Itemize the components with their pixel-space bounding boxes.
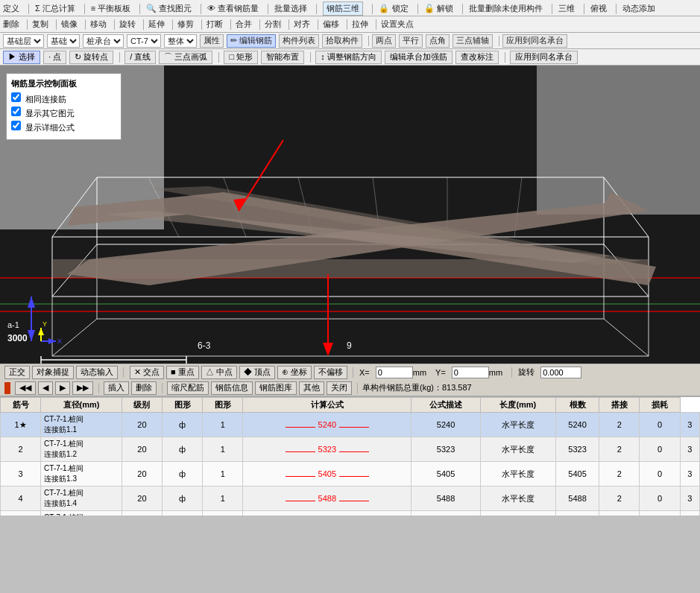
scope-select[interactable]: 整体 xyxy=(164,34,197,48)
btn-nav-next[interactable]: ▶ xyxy=(55,381,70,395)
btn-parallel[interactable]: 平行 xyxy=(399,34,423,48)
btn-nav-prev[interactable]: ◀ xyxy=(38,381,53,395)
element-select[interactable]: 桩承台 xyxy=(83,34,124,48)
menu-3d[interactable]: 三维 xyxy=(558,3,575,14)
btn-rotate[interactable]: 旋转 xyxy=(119,19,136,30)
table-row[interactable]: 4 CT-7-1.桩间连接筋1.4 20 ф 1 5488 5488 水平长度 … xyxy=(1,486,700,511)
btn-coordinate[interactable]: ⊕ 坐标 xyxy=(277,366,312,379)
sep-l2 xyxy=(499,36,499,46)
btn-edit-rebar[interactable]: ✏ 编辑钢筋 xyxy=(227,34,276,48)
menu-top-view[interactable]: 俯视 xyxy=(590,3,607,14)
x-input[interactable] xyxy=(376,367,413,378)
btn-rect[interactable]: □ 矩形 xyxy=(224,51,258,64)
viewport-3d[interactable]: 钢筋显示控制面板 相同连接筋 显示其它图元 显示详细公式 xyxy=(0,66,700,364)
btn-endpoint[interactable]: ■ 重点 xyxy=(166,366,199,379)
table-row[interactable]: 2 CT-7-1.桩间连接筋1.2 20 ф 1 5323 5323 水平长度 … xyxy=(1,437,700,462)
btn-stretch[interactable]: 拉伸 xyxy=(352,19,368,30)
btn-close[interactable]: 关闭 xyxy=(327,381,352,395)
btn-break[interactable]: 打断 xyxy=(206,19,223,30)
btn-smart-layout[interactable]: 智能布置 xyxy=(261,51,304,64)
table-row[interactable]: 3 CT-7-1.桩间连接筋1.3 20 ф 1 5405 5405 水平长度 … xyxy=(1,462,700,486)
btn-angle-point[interactable]: 点角 xyxy=(426,34,450,48)
btn-delete[interactable]: 删除 xyxy=(3,19,19,30)
cell-id: 5 xyxy=(1,511,41,516)
btn-extend[interactable]: 延伸 xyxy=(148,19,165,30)
btn-trim[interactable]: 修剪 xyxy=(177,19,194,30)
menu-rebar-3d[interactable]: 钢筋三维 xyxy=(323,1,363,16)
btn-offset[interactable]: 偏移 xyxy=(323,19,339,30)
type-select[interactable]: 基础 xyxy=(47,34,80,48)
toolbar-edit: 删除 复制 镜像 移动 旋转 延伸 修剪 打断 合并 分割 对齐 偏移 拉伸 设… xyxy=(0,16,700,33)
cell-count: 2 xyxy=(599,511,640,516)
menu-batch-delete[interactable]: 批量删除未使用构件 xyxy=(469,3,543,14)
btn-element-list[interactable]: 构件列表 xyxy=(279,34,319,48)
cell-formula: 5405 xyxy=(412,462,481,486)
option-show-formula[interactable]: 显示详细公式 xyxy=(11,121,116,133)
btn-orthogonal[interactable]: 正交 xyxy=(4,366,30,379)
btn-scale-rebar[interactable]: 缩尺配筋 xyxy=(167,381,209,395)
btn-split[interactable]: 分割 xyxy=(265,19,281,30)
btn-object-snap[interactable]: 对象捕捉 xyxy=(32,366,74,379)
btn-intersection[interactable]: ✕ 交点 xyxy=(130,366,164,379)
btn-copy[interactable]: 复制 xyxy=(32,19,48,30)
btn-arc[interactable]: ⌒ 三点画弧 xyxy=(159,51,212,64)
btn-set-grip[interactable]: 设置夹点 xyxy=(381,19,414,30)
btn-edit-cap-rebar[interactable]: 编辑承台加强筋 xyxy=(385,51,453,64)
menu-dynamic-add[interactable]: 动态添加 xyxy=(622,3,655,14)
btn-others[interactable]: 其他 xyxy=(299,381,324,395)
btn-select[interactable]: ▶ 选择 xyxy=(3,51,40,64)
cell-diameter: 20 xyxy=(122,511,162,516)
btn-dynamic-input[interactable]: 动态输入 xyxy=(76,366,118,379)
btn-align[interactable]: 对齐 xyxy=(294,19,310,30)
layer-select[interactable]: 基础层 xyxy=(3,34,44,48)
menu-define[interactable]: 定义 xyxy=(3,3,19,14)
btn-mirror[interactable]: 镜像 xyxy=(61,19,78,30)
menu-batch-select[interactable]: 批量选择 xyxy=(274,3,307,14)
menu-balance[interactable]: ≡ 平衡板板 xyxy=(91,3,130,14)
cell-length: 5240 xyxy=(555,413,599,437)
cell-shape: 1 xyxy=(203,511,243,516)
menu-find[interactable]: 🔍 查找图元 xyxy=(146,3,192,14)
btn-two-point[interactable]: 两点 xyxy=(372,34,396,48)
y-input[interactable] xyxy=(452,367,489,378)
sep-e10 xyxy=(288,19,289,30)
btn-line[interactable]: / 直线 xyxy=(124,51,156,64)
btn-three-point[interactable]: 三点辅轴 xyxy=(453,34,493,48)
btn-point[interactable]: · 点 xyxy=(43,51,66,64)
x-unit: mm xyxy=(413,368,426,377)
id-select[interactable]: CT-7 xyxy=(127,34,161,48)
btn-rebar-info[interactable]: 钢筋信息 xyxy=(211,381,253,395)
menu-summary[interactable]: Σ 汇总计算 xyxy=(35,3,75,14)
btn-merge[interactable]: 合并 xyxy=(236,19,252,30)
menu-unlock[interactable]: 🔓 解锁 xyxy=(424,3,453,14)
btn-move[interactable]: 移动 xyxy=(90,19,107,30)
btn-adjust-direction[interactable]: ↕ 调整钢筋方向 xyxy=(315,51,382,64)
cell-splice: 0 xyxy=(640,413,680,437)
btn-modify-annotation[interactable]: 查改标注 xyxy=(455,51,499,64)
btn-insert[interactable]: 插入 xyxy=(104,381,129,395)
btn-midpoint[interactable]: △ 中点 xyxy=(201,366,237,379)
table-row[interactable]: 5 CT-7-1.桩间连接筋2.1 20 ф 1 5240 5240 水平长度 … xyxy=(1,511,700,516)
btn-nav-first[interactable]: ◀◀ xyxy=(15,381,36,395)
btn-no-offset[interactable]: 不偏移 xyxy=(314,366,347,379)
sep-e6 xyxy=(172,19,173,30)
sep7 xyxy=(372,4,373,14)
table-row[interactable]: 1★ CT-7-1.桩间连接筋1.1 20 ф 1 5240 5240 水平长度… xyxy=(1,413,700,437)
btn-apply-same[interactable]: 应用到同名承台 xyxy=(502,34,567,48)
option-same-rebar[interactable]: 相同连接筋 xyxy=(11,92,116,105)
cell-name: CT-7-1.桩间连接筋1.3 xyxy=(41,462,122,486)
menu-view-rebar[interactable]: 👁 查看钢筋量 xyxy=(207,3,259,14)
btn-remove[interactable]: 删除 xyxy=(131,381,157,395)
btn-apply-same-cap[interactable]: 应用到同名承台 xyxy=(510,51,578,64)
rotate-input[interactable] xyxy=(540,367,581,378)
sep-e4 xyxy=(114,19,115,30)
option-show-others[interactable]: 显示其它图元 xyxy=(11,107,116,119)
btn-vertex[interactable]: ◆ 顶点 xyxy=(239,366,275,379)
btn-nav-last[interactable]: ▶▶ xyxy=(72,381,93,395)
menu-lock[interactable]: 🔒 锁定 xyxy=(379,3,408,14)
col-name: 直径(mm) xyxy=(41,398,122,413)
btn-pick-element[interactable]: 拾取构件 xyxy=(322,34,362,48)
btn-rebar-library[interactable]: 钢筋图库 xyxy=(255,381,297,395)
btn-property[interactable]: 属性 xyxy=(200,34,224,48)
btn-rotate-point[interactable]: ↻ 旋转点 xyxy=(69,51,113,64)
